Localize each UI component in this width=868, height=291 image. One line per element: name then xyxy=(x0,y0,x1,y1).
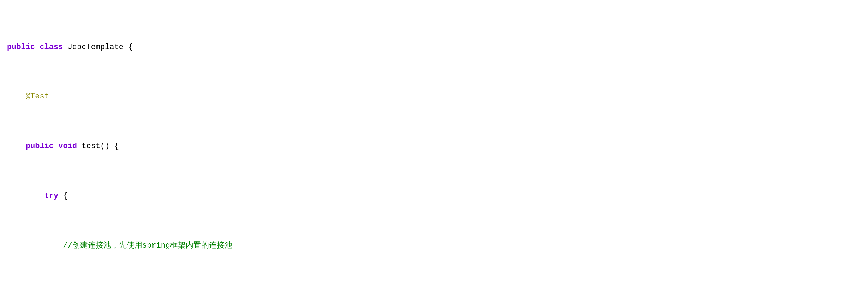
code-line: public void test() { xyxy=(7,140,861,152)
code-line: try { xyxy=(7,190,861,202)
code-line: DriverManagerDataSource dataSource =new … xyxy=(7,289,861,291)
comment: //创建连接池，先使用spring框架内置的连接池 xyxy=(63,240,232,252)
keyword-class: class xyxy=(40,41,63,53)
code-line: public class JdbcTemplate { xyxy=(7,41,861,53)
code-editor: public class JdbcTemplate { @Test public… xyxy=(0,0,868,291)
keyword-public: public xyxy=(7,41,35,53)
annotation-test: @Test xyxy=(26,90,49,103)
code-line: @Test xyxy=(7,90,861,103)
code-line: //创建连接池，先使用spring框架内置的连接池 xyxy=(7,240,861,252)
